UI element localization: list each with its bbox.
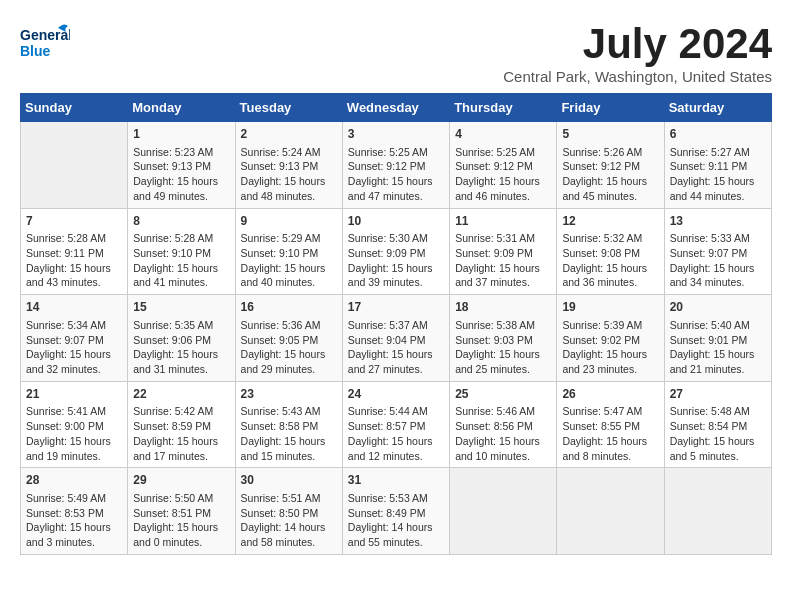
cell-info-line: Sunrise: 5:46 AM [455, 404, 551, 419]
day-number: 9 [241, 213, 337, 230]
day-header-thursday: Thursday [450, 94, 557, 122]
cell-info-line: Sunrise: 5:36 AM [241, 318, 337, 333]
calendar-cell [557, 468, 664, 555]
cell-info-line: Daylight: 15 hours [133, 347, 229, 362]
cell-info-line: Sunset: 9:10 PM [133, 246, 229, 261]
cell-info-line: Sunset: 8:50 PM [241, 506, 337, 521]
cell-info-line: Sunrise: 5:25 AM [455, 145, 551, 160]
calendar-cell: 24Sunrise: 5:44 AMSunset: 8:57 PMDayligh… [342, 381, 449, 468]
day-number: 17 [348, 299, 444, 316]
calendar-cell: 17Sunrise: 5:37 AMSunset: 9:04 PMDayligh… [342, 295, 449, 382]
day-header-friday: Friday [557, 94, 664, 122]
cell-info-line: Sunrise: 5:42 AM [133, 404, 229, 419]
cell-info-line: Sunset: 9:07 PM [670, 246, 766, 261]
cell-info-line: Sunrise: 5:30 AM [348, 231, 444, 246]
calendar-table: SundayMondayTuesdayWednesdayThursdayFrid… [20, 93, 772, 555]
calendar-cell: 31Sunrise: 5:53 AMSunset: 8:49 PMDayligh… [342, 468, 449, 555]
cell-info-line: Daylight: 15 hours [133, 520, 229, 535]
cell-info-line: Sunrise: 5:51 AM [241, 491, 337, 506]
cell-info-line: Daylight: 15 hours [26, 347, 122, 362]
cell-info-line: Sunrise: 5:41 AM [26, 404, 122, 419]
day-number: 27 [670, 386, 766, 403]
day-number: 18 [455, 299, 551, 316]
calendar-cell: 11Sunrise: 5:31 AMSunset: 9:09 PMDayligh… [450, 208, 557, 295]
cell-info-line: and 21 minutes. [670, 362, 766, 377]
calendar-cell: 15Sunrise: 5:35 AMSunset: 9:06 PMDayligh… [128, 295, 235, 382]
day-number: 8 [133, 213, 229, 230]
cell-info-line: and 32 minutes. [26, 362, 122, 377]
day-number: 26 [562, 386, 658, 403]
cell-info-line: Sunrise: 5:27 AM [670, 145, 766, 160]
cell-info-line: Daylight: 15 hours [241, 434, 337, 449]
day-number: 6 [670, 126, 766, 143]
cell-info-line: Daylight: 15 hours [562, 174, 658, 189]
day-header-saturday: Saturday [664, 94, 771, 122]
calendar-cell: 25Sunrise: 5:46 AMSunset: 8:56 PMDayligh… [450, 381, 557, 468]
week-row-3: 14Sunrise: 5:34 AMSunset: 9:07 PMDayligh… [21, 295, 772, 382]
day-number: 24 [348, 386, 444, 403]
cell-info-line: Sunrise: 5:26 AM [562, 145, 658, 160]
cell-info-line: Daylight: 15 hours [562, 347, 658, 362]
cell-info-line: and 19 minutes. [26, 449, 122, 464]
calendar-cell: 28Sunrise: 5:49 AMSunset: 8:53 PMDayligh… [21, 468, 128, 555]
cell-info-line: and 47 minutes. [348, 189, 444, 204]
calendar-cell [664, 468, 771, 555]
cell-info-line: Sunrise: 5:24 AM [241, 145, 337, 160]
cell-info-line: Daylight: 15 hours [26, 434, 122, 449]
cell-info-line: Sunset: 8:58 PM [241, 419, 337, 434]
calendar-cell: 27Sunrise: 5:48 AMSunset: 8:54 PMDayligh… [664, 381, 771, 468]
calendar-cell: 23Sunrise: 5:43 AMSunset: 8:58 PMDayligh… [235, 381, 342, 468]
title-area: July 2024 Central Park, Washington, Unit… [503, 20, 772, 85]
calendar-cell: 7Sunrise: 5:28 AMSunset: 9:11 PMDaylight… [21, 208, 128, 295]
calendar-cell: 5Sunrise: 5:26 AMSunset: 9:12 PMDaylight… [557, 122, 664, 209]
day-header-monday: Monday [128, 94, 235, 122]
cell-info-line: Sunrise: 5:31 AM [455, 231, 551, 246]
day-number: 23 [241, 386, 337, 403]
day-number: 28 [26, 472, 122, 489]
cell-info-line: Sunrise: 5:33 AM [670, 231, 766, 246]
cell-info-line: and 0 minutes. [133, 535, 229, 550]
day-number: 19 [562, 299, 658, 316]
cell-info-line: Sunrise: 5:44 AM [348, 404, 444, 419]
cell-info-line: Sunset: 9:11 PM [670, 159, 766, 174]
day-header-wednesday: Wednesday [342, 94, 449, 122]
calendar-cell: 3Sunrise: 5:25 AMSunset: 9:12 PMDaylight… [342, 122, 449, 209]
cell-info-line: Sunset: 8:54 PM [670, 419, 766, 434]
cell-info-line: Sunrise: 5:35 AM [133, 318, 229, 333]
cell-info-line: Daylight: 15 hours [455, 174, 551, 189]
day-number: 29 [133, 472, 229, 489]
calendar-cell: 9Sunrise: 5:29 AMSunset: 9:10 PMDaylight… [235, 208, 342, 295]
cell-info-line: and 55 minutes. [348, 535, 444, 550]
cell-info-line: Daylight: 15 hours [455, 261, 551, 276]
cell-info-line: Daylight: 15 hours [241, 261, 337, 276]
cell-info-line: Sunset: 9:03 PM [455, 333, 551, 348]
calendar-cell: 6Sunrise: 5:27 AMSunset: 9:11 PMDaylight… [664, 122, 771, 209]
cell-info-line: Sunset: 9:11 PM [26, 246, 122, 261]
cell-info-line: and 36 minutes. [562, 275, 658, 290]
cell-info-line: and 27 minutes. [348, 362, 444, 377]
day-number: 4 [455, 126, 551, 143]
cell-info-line: and 8 minutes. [562, 449, 658, 464]
cell-info-line: Sunrise: 5:23 AM [133, 145, 229, 160]
cell-info-line: Sunset: 8:56 PM [455, 419, 551, 434]
day-number: 1 [133, 126, 229, 143]
week-row-5: 28Sunrise: 5:49 AMSunset: 8:53 PMDayligh… [21, 468, 772, 555]
cell-info-line: Sunset: 8:57 PM [348, 419, 444, 434]
cell-info-line: and 40 minutes. [241, 275, 337, 290]
calendar-cell [450, 468, 557, 555]
calendar-cell: 4Sunrise: 5:25 AMSunset: 9:12 PMDaylight… [450, 122, 557, 209]
day-number: 21 [26, 386, 122, 403]
cell-info-line: Sunset: 9:09 PM [455, 246, 551, 261]
cell-info-line: Sunset: 8:55 PM [562, 419, 658, 434]
cell-info-line: Sunset: 9:13 PM [241, 159, 337, 174]
cell-info-line: Daylight: 15 hours [133, 434, 229, 449]
cell-info-line: Sunset: 9:12 PM [455, 159, 551, 174]
cell-info-line: Sunrise: 5:25 AM [348, 145, 444, 160]
calendar-cell: 1Sunrise: 5:23 AMSunset: 9:13 PMDaylight… [128, 122, 235, 209]
cell-info-line: Daylight: 15 hours [562, 434, 658, 449]
calendar-cell: 2Sunrise: 5:24 AMSunset: 9:13 PMDaylight… [235, 122, 342, 209]
cell-info-line: and 3 minutes. [26, 535, 122, 550]
cell-info-line: Daylight: 15 hours [133, 261, 229, 276]
cell-info-line: Sunset: 9:08 PM [562, 246, 658, 261]
cell-info-line: and 15 minutes. [241, 449, 337, 464]
